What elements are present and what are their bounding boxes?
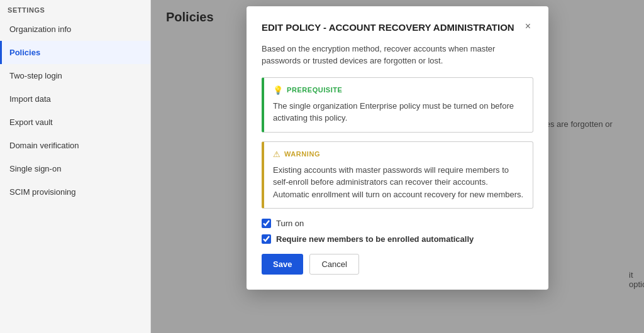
sidebar-item-scim-provisioning[interactable]: SCIM provisioning	[0, 180, 150, 204]
modal-description: Based on the encryption method, recover …	[262, 43, 533, 67]
sidebar-item-organization-info[interactable]: Organization info	[0, 18, 150, 41]
warning-icon: ⚠	[273, 150, 280, 159]
sidebar-item-domain-verification[interactable]: Domain verification	[0, 134, 150, 157]
warning-header: ⚠ WARNING	[273, 150, 524, 159]
modal-footer: Save Cancel	[262, 254, 533, 275]
warning-text: Existing accounts with master passwords …	[273, 164, 524, 201]
turn-on-checkbox[interactable]	[262, 219, 271, 228]
prerequisite-icon: 💡	[273, 85, 283, 95]
sidebar-item-single-sign-on[interactable]: Single sign-on	[0, 157, 150, 180]
auto-enroll-checkbox-row: Require new members to be enrolled autom…	[262, 234, 533, 244]
prerequisite-label: PREREQUISITE	[287, 86, 343, 94]
warning-box: ⚠ WARNING Existing accounts with master …	[262, 141, 533, 209]
modal-overlay: EDIT POLICY - ACCOUNT RECOVERY ADMINISTR…	[151, 0, 644, 333]
sidebar-item-policies[interactable]: Policies	[0, 41, 150, 64]
modal-close-button[interactable]: ×	[523, 21, 533, 31]
main-content-area: Policies trusted devices are forgotten o…	[151, 0, 644, 333]
sidebar-item-export-vault[interactable]: Export vault	[0, 111, 150, 134]
cancel-button[interactable]: Cancel	[309, 254, 358, 275]
prerequisite-box: 💡 PREREQUISITE The single organization E…	[262, 77, 533, 133]
edit-policy-modal: EDIT POLICY - ACCOUNT RECOVERY ADMINISTR…	[247, 6, 548, 290]
modal-title: EDIT POLICY - ACCOUNT RECOVERY ADMINISTR…	[262, 21, 514, 34]
turn-on-label: Turn on	[276, 219, 304, 228]
auto-enroll-checkbox[interactable]	[262, 234, 271, 244]
modal-header: EDIT POLICY - ACCOUNT RECOVERY ADMINISTR…	[262, 21, 533, 34]
sidebar-header: SETTINGS	[0, 0, 150, 18]
auto-enroll-label: Require new members to be enrolled autom…	[276, 234, 474, 244]
prerequisite-text: The single organization Enterprise polic…	[273, 100, 524, 124]
prerequisite-header: 💡 PREREQUISITE	[273, 85, 524, 95]
save-button[interactable]: Save	[262, 254, 303, 275]
turn-on-checkbox-row: Turn on	[262, 219, 533, 228]
sidebar: SETTINGS Organization info Policies Two-…	[0, 0, 151, 333]
warning-label: WARNING	[284, 150, 320, 158]
sidebar-item-import-data[interactable]: Import data	[0, 87, 150, 111]
sidebar-item-two-step-login[interactable]: Two-step login	[0, 64, 150, 87]
